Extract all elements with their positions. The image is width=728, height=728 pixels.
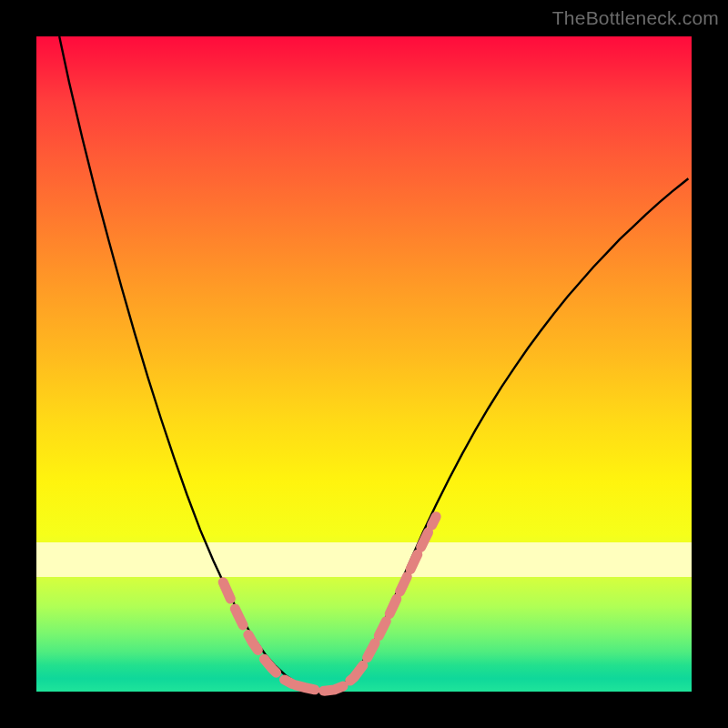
chart-frame: TheBottleneck.com [0,0,728,728]
series-curve [59,36,688,691]
curve-overlay [36,36,692,692]
series-pink-markers-right [368,517,437,658]
watermark-text: TheBottleneck.com [552,7,719,29]
series-pink-markers-bottom [295,664,364,692]
series-pink-markers-left [223,582,292,684]
